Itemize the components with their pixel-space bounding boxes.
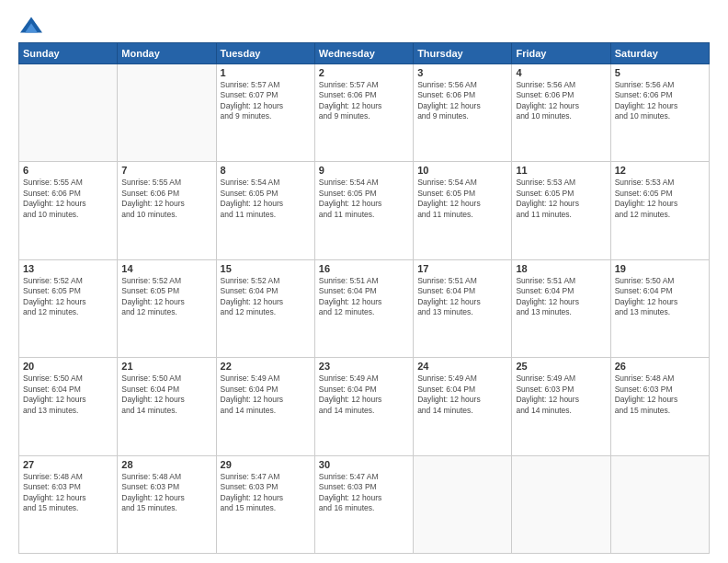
day-number: 1 bbox=[221, 67, 311, 78]
day-number: 16 bbox=[319, 263, 409, 274]
calendar-cell: 11Sunrise: 5:53 AM Sunset: 6:05 PM Dayli… bbox=[512, 162, 610, 259]
calendar-cell: 1Sunrise: 5:57 AM Sunset: 6:07 PM Daylig… bbox=[216, 64, 314, 162]
calendar-cell: 6Sunrise: 5:55 AM Sunset: 6:06 PM Daylig… bbox=[19, 162, 118, 259]
calendar-cell: 26Sunrise: 5:48 AM Sunset: 6:03 PM Dayli… bbox=[610, 358, 709, 455]
day-number: 21 bbox=[121, 361, 211, 372]
calendar-cell bbox=[512, 455, 610, 553]
day-number: 2 bbox=[319, 67, 409, 78]
day-info: Sunrise: 5:49 AM Sunset: 6:03 PM Dayligh… bbox=[516, 373, 606, 416]
day-info: Sunrise: 5:48 AM Sunset: 6:03 PM Dayligh… bbox=[121, 472, 211, 514]
calendar-cell: 28Sunrise: 5:48 AM Sunset: 6:03 PM Dayli… bbox=[118, 455, 216, 553]
day-number: 20 bbox=[23, 361, 113, 372]
day-number: 12 bbox=[615, 165, 705, 176]
calendar-cell: 17Sunrise: 5:51 AM Sunset: 6:04 PM Dayli… bbox=[414, 259, 512, 357]
day-number: 26 bbox=[615, 361, 705, 372]
logo-icon bbox=[20, 17, 42, 33]
day-number: 13 bbox=[23, 263, 113, 274]
day-number: 8 bbox=[221, 165, 311, 176]
calendar-cell: 21Sunrise: 5:50 AM Sunset: 6:04 PM Dayli… bbox=[118, 358, 216, 455]
day-info: Sunrise: 5:50 AM Sunset: 6:04 PM Dayligh… bbox=[615, 276, 705, 318]
day-info: Sunrise: 5:51 AM Sunset: 6:04 PM Dayligh… bbox=[516, 276, 606, 318]
day-number: 24 bbox=[417, 361, 507, 372]
calendar-cell: 7Sunrise: 5:55 AM Sunset: 6:06 PM Daylig… bbox=[118, 162, 216, 259]
day-info: Sunrise: 5:55 AM Sunset: 6:06 PM Dayligh… bbox=[23, 178, 113, 220]
day-info: Sunrise: 5:50 AM Sunset: 6:04 PM Dayligh… bbox=[121, 373, 211, 416]
calendar-cell: 4Sunrise: 5:56 AM Sunset: 6:06 PM Daylig… bbox=[512, 64, 610, 162]
calendar-cell: 30Sunrise: 5:47 AM Sunset: 6:03 PM Dayli… bbox=[314, 455, 413, 553]
weekday-sunday: Sunday bbox=[19, 43, 118, 64]
day-number: 9 bbox=[319, 165, 409, 176]
calendar-cell: 9Sunrise: 5:54 AM Sunset: 6:05 PM Daylig… bbox=[314, 162, 413, 259]
day-number: 22 bbox=[221, 361, 311, 372]
day-info: Sunrise: 5:50 AM Sunset: 6:04 PM Dayligh… bbox=[23, 373, 113, 416]
day-info: Sunrise: 5:56 AM Sunset: 6:06 PM Dayligh… bbox=[516, 80, 606, 122]
calendar-cell: 19Sunrise: 5:50 AM Sunset: 6:04 PM Dayli… bbox=[610, 259, 709, 357]
header bbox=[18, 17, 710, 33]
day-number: 23 bbox=[319, 361, 409, 372]
day-number: 10 bbox=[417, 165, 507, 176]
day-info: Sunrise: 5:55 AM Sunset: 6:06 PM Dayligh… bbox=[121, 178, 211, 220]
day-info: Sunrise: 5:54 AM Sunset: 6:05 PM Dayligh… bbox=[221, 178, 311, 220]
week-row-3: 20Sunrise: 5:50 AM Sunset: 6:04 PM Dayli… bbox=[19, 358, 710, 455]
day-number: 19 bbox=[615, 263, 705, 274]
weekday-saturday: Saturday bbox=[610, 43, 709, 64]
day-number: 14 bbox=[121, 263, 211, 274]
day-info: Sunrise: 5:48 AM Sunset: 6:03 PM Dayligh… bbox=[615, 373, 705, 416]
day-info: Sunrise: 5:57 AM Sunset: 6:07 PM Dayligh… bbox=[221, 80, 311, 122]
calendar-cell: 22Sunrise: 5:49 AM Sunset: 6:04 PM Dayli… bbox=[216, 358, 314, 455]
calendar-cell: 2Sunrise: 5:57 AM Sunset: 6:06 PM Daylig… bbox=[314, 64, 413, 162]
day-number: 7 bbox=[121, 165, 211, 176]
day-info: Sunrise: 5:57 AM Sunset: 6:06 PM Dayligh… bbox=[319, 80, 409, 122]
calendar-cell: 13Sunrise: 5:52 AM Sunset: 6:05 PM Dayli… bbox=[19, 259, 118, 357]
week-row-2: 13Sunrise: 5:52 AM Sunset: 6:05 PM Dayli… bbox=[19, 259, 710, 357]
day-info: Sunrise: 5:53 AM Sunset: 6:05 PM Dayligh… bbox=[516, 178, 606, 220]
day-info: Sunrise: 5:51 AM Sunset: 6:04 PM Dayligh… bbox=[417, 276, 507, 318]
week-row-1: 6Sunrise: 5:55 AM Sunset: 6:06 PM Daylig… bbox=[19, 162, 710, 259]
day-info: Sunrise: 5:54 AM Sunset: 6:05 PM Dayligh… bbox=[319, 178, 409, 220]
day-info: Sunrise: 5:47 AM Sunset: 6:03 PM Dayligh… bbox=[221, 472, 311, 514]
day-info: Sunrise: 5:56 AM Sunset: 6:06 PM Dayligh… bbox=[615, 80, 705, 122]
week-row-4: 27Sunrise: 5:48 AM Sunset: 6:03 PM Dayli… bbox=[19, 455, 710, 553]
day-number: 3 bbox=[417, 67, 507, 78]
day-info: Sunrise: 5:54 AM Sunset: 6:05 PM Dayligh… bbox=[417, 178, 507, 220]
calendar-cell: 23Sunrise: 5:49 AM Sunset: 6:04 PM Dayli… bbox=[314, 358, 413, 455]
calendar-table: SundayMondayTuesdayWednesdayThursdayFrid… bbox=[18, 42, 710, 554]
day-number: 18 bbox=[516, 263, 606, 274]
calendar-cell: 15Sunrise: 5:52 AM Sunset: 6:04 PM Dayli… bbox=[216, 259, 314, 357]
day-info: Sunrise: 5:56 AM Sunset: 6:06 PM Dayligh… bbox=[417, 80, 507, 122]
calendar-cell: 12Sunrise: 5:53 AM Sunset: 6:05 PM Dayli… bbox=[610, 162, 709, 259]
calendar-cell: 14Sunrise: 5:52 AM Sunset: 6:05 PM Dayli… bbox=[118, 259, 216, 357]
week-row-0: 1Sunrise: 5:57 AM Sunset: 6:07 PM Daylig… bbox=[19, 64, 710, 162]
day-info: Sunrise: 5:49 AM Sunset: 6:04 PM Dayligh… bbox=[417, 373, 507, 416]
day-info: Sunrise: 5:48 AM Sunset: 6:03 PM Dayligh… bbox=[23, 472, 113, 514]
day-number: 30 bbox=[319, 459, 409, 470]
weekday-header-row: SundayMondayTuesdayWednesdayThursdayFrid… bbox=[19, 43, 710, 64]
day-number: 17 bbox=[417, 263, 507, 274]
calendar-cell: 16Sunrise: 5:51 AM Sunset: 6:04 PM Dayli… bbox=[314, 259, 413, 357]
calendar-cell: 20Sunrise: 5:50 AM Sunset: 6:04 PM Dayli… bbox=[19, 358, 118, 455]
calendar-cell: 8Sunrise: 5:54 AM Sunset: 6:05 PM Daylig… bbox=[216, 162, 314, 259]
day-number: 4 bbox=[516, 67, 606, 78]
day-info: Sunrise: 5:49 AM Sunset: 6:04 PM Dayligh… bbox=[221, 373, 311, 416]
calendar-cell bbox=[19, 64, 118, 162]
day-number: 25 bbox=[516, 361, 606, 372]
day-number: 6 bbox=[23, 165, 113, 176]
calendar-cell: 10Sunrise: 5:54 AM Sunset: 6:05 PM Dayli… bbox=[414, 162, 512, 259]
day-info: Sunrise: 5:49 AM Sunset: 6:04 PM Dayligh… bbox=[319, 373, 409, 416]
calendar-cell: 24Sunrise: 5:49 AM Sunset: 6:04 PM Dayli… bbox=[414, 358, 512, 455]
weekday-thursday: Thursday bbox=[414, 43, 512, 64]
day-info: Sunrise: 5:52 AM Sunset: 6:04 PM Dayligh… bbox=[221, 276, 311, 318]
day-number: 11 bbox=[516, 165, 606, 176]
calendar-cell: 18Sunrise: 5:51 AM Sunset: 6:04 PM Dayli… bbox=[512, 259, 610, 357]
calendar-cell bbox=[610, 455, 709, 553]
day-number: 29 bbox=[221, 459, 311, 470]
weekday-monday: Monday bbox=[118, 43, 216, 64]
day-number: 28 bbox=[121, 459, 211, 470]
calendar-cell: 27Sunrise: 5:48 AM Sunset: 6:03 PM Dayli… bbox=[19, 455, 118, 553]
calendar-cell bbox=[414, 455, 512, 553]
day-info: Sunrise: 5:47 AM Sunset: 6:03 PM Dayligh… bbox=[319, 472, 409, 514]
calendar-cell: 3Sunrise: 5:56 AM Sunset: 6:06 PM Daylig… bbox=[414, 64, 512, 162]
day-number: 15 bbox=[221, 263, 311, 274]
weekday-wednesday: Wednesday bbox=[314, 43, 413, 64]
calendar-cell: 5Sunrise: 5:56 AM Sunset: 6:06 PM Daylig… bbox=[610, 64, 709, 162]
